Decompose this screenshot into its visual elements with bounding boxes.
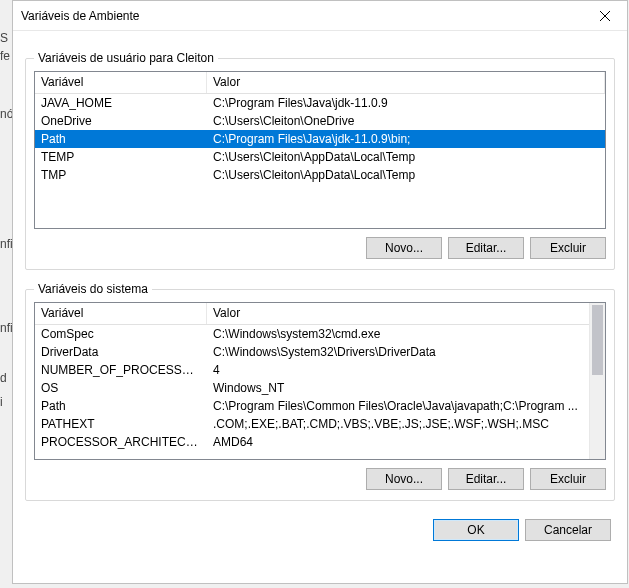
system-edit-button[interactable]: Editar... — [448, 468, 524, 490]
table-row[interactable]: OSWindows_NT — [35, 379, 605, 397]
cell-variable: TMP — [35, 167, 207, 183]
cell-variable: ComSpec — [35, 326, 207, 342]
cell-value: C:\Users\Cleiton\OneDrive — [207, 113, 605, 129]
close-button[interactable] — [583, 1, 627, 31]
cell-variable: OS — [35, 380, 207, 396]
background-fragment: d — [0, 370, 9, 386]
cell-variable: PATHEXT — [35, 416, 207, 432]
cell-value: AMD64 — [207, 434, 605, 450]
ok-button[interactable]: OK — [433, 519, 519, 541]
column-header-variable[interactable]: Variável — [35, 72, 207, 93]
cell-variable: DriverData — [35, 344, 207, 360]
cell-variable: NUMBER_OF_PROCESSORS — [35, 362, 207, 378]
cell-value: C:\Users\Cleiton\AppData\Local\Temp — [207, 149, 605, 165]
window-title: Variáveis de Ambiente — [21, 9, 140, 23]
column-header-value[interactable]: Valor — [207, 303, 605, 324]
cell-value: C:\Windows\system32\cmd.exe — [207, 326, 605, 342]
table-row[interactable]: PATHEXT.COM;.EXE;.BAT;.CMD;.VBS;.VBE;.JS… — [35, 415, 605, 433]
cell-value: C:\Windows\System32\Drivers\DriverData — [207, 344, 605, 360]
system-new-button[interactable]: Novo... — [366, 468, 442, 490]
table-row[interactable]: PathC:\Program Files\Java\jdk-11.0.9\bin… — [35, 130, 605, 148]
cell-value: .COM;.EXE;.BAT;.CMD;.VBS;.VBE;.JS;.JSE;.… — [207, 416, 605, 432]
cell-variable: Path — [35, 131, 207, 147]
environment-variables-dialog: Variáveis de Ambiente Variáveis de usuár… — [12, 0, 628, 584]
background-fragment: i — [0, 394, 5, 410]
table-header: Variável Valor — [35, 72, 605, 94]
user-new-button[interactable]: Novo... — [366, 237, 442, 259]
user-variables-legend: Variáveis de usuário para Cleiton — [34, 51, 218, 65]
system-delete-button[interactable]: Excluir — [530, 468, 606, 490]
system-variables-group: Variáveis do sistema Variável Valor ComS… — [25, 282, 615, 501]
table-row[interactable]: TEMPC:\Users\Cleiton\AppData\Local\Temp — [35, 148, 605, 166]
column-header-value[interactable]: Valor — [207, 72, 605, 93]
cell-variable: JAVA_HOME — [35, 95, 207, 111]
cell-variable: TEMP — [35, 149, 207, 165]
table-row[interactable]: ComSpecC:\Windows\system32\cmd.exe — [35, 325, 605, 343]
table-row[interactable]: NUMBER_OF_PROCESSORS4 — [35, 361, 605, 379]
user-variables-table[interactable]: Variável Valor JAVA_HOMEC:\Program Files… — [34, 71, 606, 229]
user-variables-group: Variáveis de usuário para Cleiton Variáv… — [25, 51, 615, 270]
cell-value: C:\Program Files\Java\jdk-11.0.9 — [207, 95, 605, 111]
table-row[interactable]: OneDriveC:\Users\Cleiton\OneDrive — [35, 112, 605, 130]
table-row[interactable]: TMPC:\Users\Cleiton\AppData\Local\Temp — [35, 166, 605, 184]
table-row[interactable]: PROCESSOR_ARCHITECTUREAMD64 — [35, 433, 605, 451]
cancel-button[interactable]: Cancelar — [525, 519, 611, 541]
user-edit-button[interactable]: Editar... — [448, 237, 524, 259]
cell-value: C:\Program Files\Java\jdk-11.0.9\bin; — [207, 131, 605, 147]
system-variables-legend: Variáveis do sistema — [34, 282, 152, 296]
table-row[interactable]: PathC:\Program Files\Common Files\Oracle… — [35, 397, 605, 415]
background-fragment: S — [0, 30, 10, 46]
cell-variable: Path — [35, 398, 207, 414]
cell-variable: OneDrive — [35, 113, 207, 129]
cell-value: 4 — [207, 362, 605, 378]
cell-value: C:\Program Files\Common Files\Oracle\Jav… — [207, 398, 605, 414]
column-header-variable[interactable]: Variável — [35, 303, 207, 324]
vertical-scrollbar[interactable] — [589, 303, 605, 459]
scrollbar-thumb[interactable] — [592, 305, 603, 375]
close-icon — [600, 11, 610, 21]
background-fragment: fe — [0, 48, 12, 64]
table-row[interactable]: JAVA_HOMEC:\Program Files\Java\jdk-11.0.… — [35, 94, 605, 112]
cell-variable: PROCESSOR_ARCHITECTURE — [35, 434, 207, 450]
cell-value: Windows_NT — [207, 380, 605, 396]
table-header: Variável Valor — [35, 303, 605, 325]
cell-value: C:\Users\Cleiton\AppData\Local\Temp — [207, 167, 605, 183]
table-row[interactable]: DriverDataC:\Windows\System32\Drivers\Dr… — [35, 343, 605, 361]
system-variables-table[interactable]: Variável Valor ComSpecC:\Windows\system3… — [34, 302, 606, 460]
titlebar: Variáveis de Ambiente — [13, 1, 627, 31]
user-delete-button[interactable]: Excluir — [530, 237, 606, 259]
